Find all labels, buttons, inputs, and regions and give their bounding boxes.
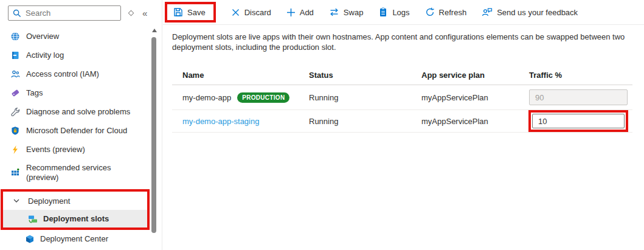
sidebar-scrollbar[interactable] — [151, 37, 156, 233]
table-row: my-demo-app PRODUCTION Running myAppServ… — [172, 85, 632, 110]
column-header-status[interactable]: Status — [309, 71, 421, 80]
command-bar: Save Discard Add Swap — [163, 0, 644, 25]
swap-icon — [329, 7, 339, 17]
sidebar-item-activity-log[interactable]: Activity log — [0, 46, 162, 64]
search-input[interactable] — [8, 5, 121, 21]
annotation-box-save: Save — [165, 2, 216, 23]
discard-icon — [231, 8, 240, 17]
refresh-button-label: Refresh — [439, 8, 467, 17]
discard-button-label: Discard — [244, 8, 271, 17]
scrollbar-up-arrow[interactable] — [152, 29, 157, 32]
logs-icon — [378, 7, 388, 17]
sidebar-item-label: Access control (IAM) — [26, 69, 99, 78]
globe-icon — [10, 32, 20, 41]
slot-status: Running — [309, 93, 421, 102]
grid-icon — [10, 168, 20, 178]
traffic-input-production — [529, 89, 628, 105]
sidebar-item-label: Microsoft Defender for Cloud — [26, 126, 127, 135]
sidebar-item-label: Activity log — [26, 50, 64, 60]
tag-icon — [10, 88, 20, 98]
wrench-icon — [10, 107, 20, 117]
deployment-slots-icon — [28, 214, 38, 224]
chevron-down-icon — [13, 197, 20, 204]
swap-button-label: Swap — [344, 8, 364, 17]
sidebar-item-label: Tags — [26, 88, 43, 97]
sidebar-search-row: « — [8, 5, 162, 21]
save-button[interactable]: Save — [173, 7, 206, 17]
sidebar-item-events[interactable]: Events (preview) — [0, 140, 162, 159]
sidebar-item-diagnose[interactable]: Diagnose and solve problems — [0, 102, 162, 121]
logs-button-label: Logs — [392, 8, 409, 17]
traffic-input-staging[interactable] — [532, 114, 625, 128]
save-button-label: Save — [187, 8, 206, 17]
resource-menu-sidebar: « Overview Activity log Access control (… — [0, 0, 162, 250]
lightning-icon — [10, 145, 20, 155]
refresh-icon — [425, 7, 435, 17]
sidebar-item-deployment-slots[interactable]: Deployment slots — [3, 210, 147, 227]
shield-lock-icon — [10, 126, 20, 136]
column-header-app-service-plan[interactable]: App service plan — [421, 71, 529, 80]
feedback-icon — [482, 7, 493, 17]
annotation-box-traffic-input — [528, 110, 628, 132]
search-icon — [12, 9, 22, 18]
slot-plan: myAppServicePlan — [421, 117, 529, 126]
feedback-button-label: Send us your feedback — [497, 8, 578, 17]
sidebar-item-label: Diagnose and solve problems — [26, 107, 130, 116]
add-button[interactable]: Add — [286, 8, 314, 17]
refresh-button[interactable]: Refresh — [425, 7, 467, 17]
pin-menu-icon[interactable] — [124, 7, 137, 20]
sidebar-item-tags[interactable]: Tags — [0, 83, 162, 102]
sidebar-item-label: Deployment Center — [40, 234, 108, 243]
feedback-button[interactable]: Send us your feedback — [482, 7, 578, 17]
sidebar-item-recommended-services[interactable]: Recommended services (preview) — [0, 159, 162, 186]
sidebar-item-overview[interactable]: Overview — [0, 27, 162, 46]
people-icon — [10, 69, 20, 79]
slot-name-link[interactable]: my-demo-app-staging — [182, 117, 259, 126]
sidebar-group-label: Deployment — [28, 196, 70, 206]
add-button-label: Add — [300, 8, 314, 17]
cube-icon — [25, 234, 35, 244]
collapse-sidebar-icon[interactable]: « — [142, 9, 147, 18]
swap-button[interactable]: Swap — [329, 7, 364, 17]
column-header-name[interactable]: Name — [182, 71, 309, 80]
sidebar-item-label: Recommended services (preview) — [26, 163, 122, 182]
sidebar-item-label: Deployment slots — [43, 214, 109, 223]
table-header-row: Name Status App service plan Traffic % — [172, 65, 632, 85]
sidebar-item-defender[interactable]: Microsoft Defender for Cloud — [0, 121, 162, 140]
table-row: my-demo-app-staging Running myAppService… — [172, 110, 632, 133]
activity-log-icon — [10, 50, 20, 60]
sidebar-item-label: Events (preview) — [26, 145, 85, 154]
add-icon — [286, 8, 296, 17]
slots-table: Name Status App service plan Traffic % m… — [172, 65, 632, 133]
slot-status: Running — [309, 117, 421, 126]
deployment-slots-description: Deployment slots are live apps with thei… — [172, 32, 637, 52]
sidebar-group-deployment[interactable]: Deployment — [3, 192, 147, 210]
sidebar-item-access-control[interactable]: Access control (IAM) — [0, 64, 162, 83]
sidebar-item-label: Overview — [26, 32, 59, 41]
sidebar-item-deployment-center[interactable]: Deployment Center — [0, 230, 162, 248]
discard-button[interactable]: Discard — [231, 8, 271, 17]
save-icon — [173, 7, 183, 17]
deployment-slots-pane: Save Discard Add Swap — [163, 0, 644, 250]
annotation-box-deployment: Deployment Deployment slots — [1, 189, 150, 230]
slot-name: my-demo-app — [182, 93, 231, 102]
column-header-traffic[interactable]: Traffic % — [529, 71, 632, 80]
logs-button[interactable]: Logs — [378, 7, 409, 17]
production-badge: PRODUCTION — [237, 92, 289, 103]
slot-plan: myAppServicePlan — [421, 93, 529, 102]
